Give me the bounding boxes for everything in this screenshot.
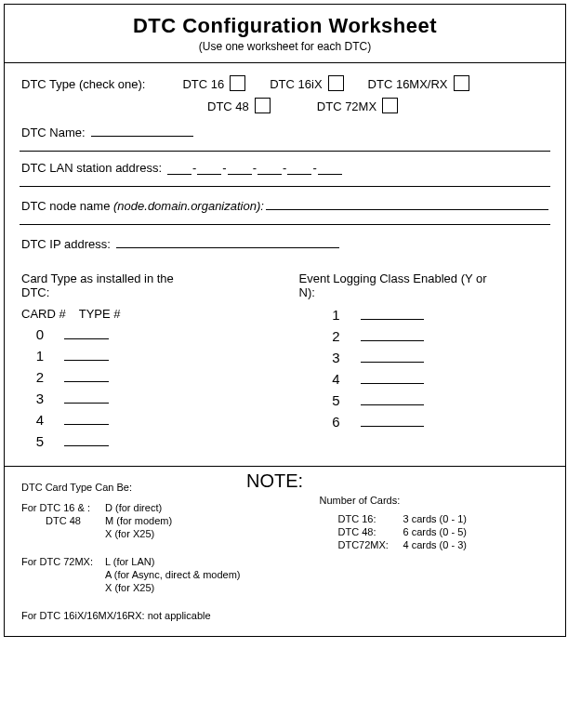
- dtc-name-label: DTC Name:: [21, 126, 86, 139]
- event-row: 6: [299, 414, 549, 430]
- card-row: 2: [21, 369, 271, 385]
- dtc-type-label: DTC Type (check one):: [21, 77, 145, 91]
- event-row: 5: [299, 392, 549, 408]
- card-type-field[interactable]: [64, 349, 109, 361]
- ip-address-row: DTC IP address:: [21, 234, 548, 251]
- dtc-name-field[interactable]: [91, 123, 193, 137]
- card-col-cardnum: CARD #: [21, 307, 66, 321]
- option-dtc72mx: DTC 72MX: [317, 95, 398, 113]
- option-dtc16ix: DTC 16iX: [270, 73, 343, 91]
- option-dtc48: DTC 48: [207, 95, 271, 113]
- card-col-typenum: TYPE #: [79, 307, 121, 321]
- event-row: 4: [299, 371, 549, 387]
- event-row: 1: [299, 307, 549, 323]
- ip-address-field[interactable]: [116, 234, 339, 248]
- card-type-field[interactable]: [64, 434, 109, 446]
- card-type-heading: Card Type as installed in the DTC:: [21, 271, 189, 299]
- header: DTC Configuration Worksheet (Use one wor…: [5, 5, 565, 62]
- lan-address-field[interactable]: -----: [167, 161, 342, 175]
- card-row: 4: [21, 412, 271, 428]
- checkbox-dtc48[interactable]: [255, 98, 271, 113]
- event-field[interactable]: [361, 372, 424, 384]
- checkbox-dtc16[interactable]: [230, 75, 245, 91]
- event-field[interactable]: [361, 308, 424, 320]
- option-dtc16: DTC 16: [182, 73, 245, 91]
- notes-left: DTC Card Type Can Be: For DTC 16 & : D (…: [21, 480, 319, 623]
- card-row: 5: [21, 433, 271, 449]
- notes-right: Number of Cards: DTC 16:3 cards (0 - 1) …: [319, 480, 548, 623]
- event-row: 3: [299, 350, 549, 365]
- notes-section: NOTE: DTC Card Type Can Be: For DTC 16 &…: [5, 467, 565, 636]
- node-name-label: DTC node name: [21, 199, 110, 213]
- ip-address-label: DTC IP address:: [21, 237, 111, 251]
- event-logging-block: Event Logging Class Enabled (Y or N): 1 …: [299, 271, 549, 455]
- card-type-block: Card Type as installed in the DTC: CARD …: [21, 271, 271, 455]
- card-type-field[interactable]: [64, 370, 109, 382]
- node-name-row: DTC node name (node.domain.organization)…: [21, 196, 548, 213]
- worksheet-frame: DTC Configuration Worksheet (Use one wor…: [4, 4, 566, 637]
- event-field[interactable]: [361, 329, 424, 341]
- card-type-field[interactable]: [64, 413, 109, 425]
- tables-section: Card Type as installed in the DTC: CARD …: [5, 262, 565, 466]
- event-logging-heading: Event Logging Class Enabled (Y or N):: [299, 271, 504, 299]
- card-row: 1: [21, 348, 271, 364]
- card-type-field[interactable]: [64, 391, 109, 404]
- checkbox-dtc16mxrx[interactable]: [454, 75, 469, 91]
- lan-address-label: DTC LAN station address:: [21, 161, 162, 175]
- card-row: 0: [21, 326, 271, 342]
- card-type-field[interactable]: [64, 327, 109, 339]
- event-field[interactable]: [361, 351, 424, 363]
- checkbox-dtc72mx[interactable]: [382, 98, 398, 113]
- event-row: 2: [299, 328, 549, 344]
- note-heading: NOTE:: [246, 470, 303, 492]
- page-subtitle: (Use one worksheet for each DTC): [5, 40, 565, 53]
- option-dtc16mxrx: DTC 16MX/RX: [368, 73, 469, 91]
- number-of-cards-heading: Number of Cards:: [319, 495, 548, 506]
- node-name-hint: (node.domain.organization):: [113, 199, 264, 213]
- card-row: 3: [21, 390, 271, 406]
- node-name-field[interactable]: [266, 196, 548, 210]
- event-field[interactable]: [361, 393, 424, 405]
- page-title: DTC Configuration Worksheet: [5, 14, 565, 38]
- lan-address-row: DTC LAN station address: -----: [21, 161, 548, 175]
- event-field[interactable]: [361, 415, 424, 427]
- checkbox-dtc16ix[interactable]: [328, 75, 344, 91]
- dtc-type-section: DTC Type (check one): DTC 16 DTC 16iX DT…: [5, 63, 565, 151]
